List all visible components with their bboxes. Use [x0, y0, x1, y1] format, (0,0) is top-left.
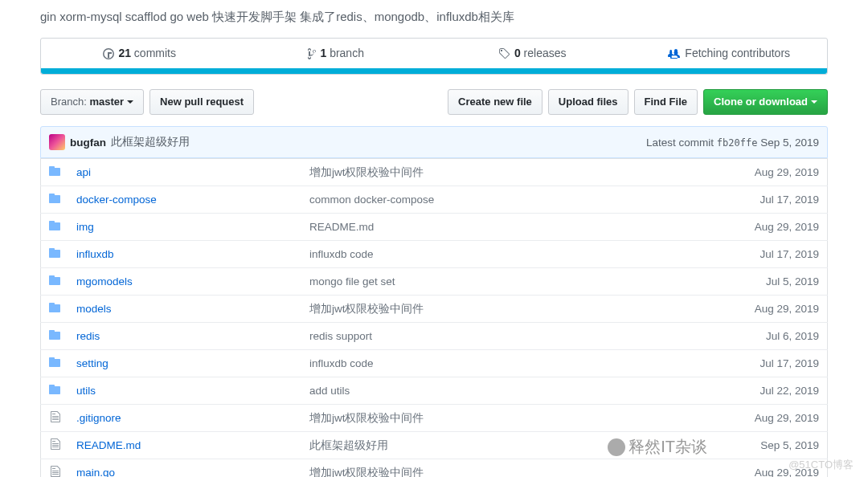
commits-count: 21 — [118, 47, 131, 59]
releases-count: 0 — [514, 47, 521, 59]
tag-icon — [498, 47, 510, 60]
overall-stats: 21 commits 1 branch 0 releases Fetching … — [40, 38, 828, 75]
folder-icon — [41, 159, 69, 186]
language-bar[interactable] — [41, 68, 827, 74]
table-row: imgREADME.mdAug 29, 2019 — [41, 214, 828, 241]
commit-sha-link[interactable]: fb20ffe — [717, 137, 758, 149]
branch-label: Branch: — [51, 94, 87, 110]
releases-stat[interactable]: 0 releases — [434, 39, 631, 68]
new-pr-button[interactable]: New pull request — [149, 89, 254, 115]
file-commit-msg[interactable]: add utils — [301, 377, 699, 405]
folder-icon — [41, 323, 69, 350]
files-table: api增加jwt权限校验中间件Aug 29, 2019docker-compos… — [40, 158, 828, 477]
contributors-stat[interactable]: Fetching contributors — [631, 39, 828, 68]
table-row: models增加jwt权限校验中间件Aug 29, 2019 — [41, 296, 828, 323]
file-commit-msg[interactable]: common docker-compose — [301, 186, 699, 214]
file-commit-msg[interactable]: influxdb code — [301, 350, 699, 377]
folder-icon — [41, 241, 69, 268]
file-date: Sep 5, 2019 — [699, 432, 828, 459]
releases-label: releases — [524, 47, 567, 59]
file-link[interactable]: main.go — [76, 467, 115, 477]
file-link[interactable]: docker-compose — [76, 194, 157, 206]
file-commit-msg[interactable]: 增加jwt权限校验中间件 — [301, 405, 699, 432]
file-date: Jul 6, 2019 — [699, 323, 828, 350]
file-link[interactable]: utils — [76, 385, 96, 397]
upload-files-button[interactable]: Upload files — [548, 89, 628, 115]
table-row: influxdbinfluxdb codeJul 17, 2019 — [41, 241, 828, 268]
table-row: utilsadd utilsJul 22, 2019 — [41, 377, 828, 405]
file-link[interactable]: mgomodels — [76, 275, 133, 287]
file-date: Aug 29, 2019 — [699, 214, 828, 241]
watermark-footer: @51CTO博客 — [788, 458, 854, 472]
file-date: Jul 17, 2019 — [699, 350, 828, 377]
folder-icon — [41, 377, 69, 405]
chevron-down-icon — [811, 100, 817, 104]
file-date: Jul 17, 2019 — [699, 241, 828, 268]
avatar[interactable] — [49, 134, 65, 150]
file-link[interactable]: setting — [76, 357, 108, 369]
branches-stat[interactable]: 1 branch — [238, 39, 435, 68]
clone-label: Clone or download — [714, 94, 808, 110]
branch-value: master — [89, 94, 124, 110]
folder-icon — [41, 296, 69, 323]
file-icon — [41, 405, 69, 432]
folder-icon — [41, 268, 69, 296]
folder-icon — [41, 350, 69, 377]
contributors-label: Fetching contributors — [685, 47, 790, 59]
file-date: Jul 22, 2019 — [699, 377, 828, 405]
folder-icon — [41, 186, 69, 214]
branch-select-button[interactable]: Branch: master — [40, 89, 144, 115]
table-row: api增加jwt权限校验中间件Aug 29, 2019 — [41, 159, 828, 186]
file-date: Jul 17, 2019 — [699, 186, 828, 214]
table-row: mgomodelsmongo file get setJul 5, 2019 — [41, 268, 828, 296]
chevron-down-icon — [127, 100, 133, 104]
file-icon — [41, 432, 69, 459]
file-link[interactable]: api — [76, 166, 91, 178]
repo-description: gin xorm-mysql scafflod go web 快速开发脚手架 集… — [40, 10, 828, 25]
clone-download-button[interactable]: Clone or download — [703, 89, 828, 115]
file-link[interactable]: models — [76, 303, 112, 315]
create-file-button[interactable]: Create new file — [448, 89, 542, 115]
table-row: main.go增加jwt权限校验中间件Aug 29, 2019 — [41, 459, 828, 477]
history-icon — [103, 47, 114, 60]
commit-message-link[interactable]: 此框架超级好用 — [111, 135, 646, 149]
latest-commit-bar: bugfan 此框架超级好用 Latest commit fb20ffe Sep… — [40, 126, 828, 158]
commit-author-link[interactable]: bugfan — [70, 137, 106, 149]
file-link[interactable]: .gitignore — [76, 412, 121, 424]
folder-icon — [41, 214, 69, 241]
commit-date: Sep 5, 2019 — [760, 137, 819, 149]
commits-stat[interactable]: 21 commits — [41, 39, 238, 68]
file-date: Aug 29, 2019 — [699, 405, 828, 432]
file-link[interactable]: redis — [76, 330, 100, 342]
table-row: README.md此框架超级好用Sep 5, 2019 — [41, 432, 828, 459]
file-date: Aug 29, 2019 — [699, 159, 828, 186]
file-link[interactable]: influxdb — [76, 248, 114, 260]
file-commit-msg[interactable]: mongo file get set — [301, 268, 699, 296]
file-commit-msg[interactable]: 增加jwt权限校验中间件 — [301, 459, 699, 477]
file-commit-msg[interactable]: 增加jwt权限校验中间件 — [301, 296, 699, 323]
commits-label: commits — [134, 47, 176, 59]
branches-label: branch — [330, 47, 364, 59]
table-row: settinginfluxdb codeJul 17, 2019 — [41, 350, 828, 377]
file-icon — [41, 459, 69, 477]
file-commit-msg[interactable]: 增加jwt权限校验中间件 — [301, 159, 699, 186]
file-date: Aug 29, 2019 — [699, 296, 828, 323]
file-commit-msg[interactable]: README.md — [301, 214, 699, 241]
branches-count: 1 — [320, 47, 326, 59]
file-link[interactable]: README.md — [76, 439, 141, 451]
file-commit-msg[interactable]: influxdb code — [301, 241, 699, 268]
people-icon — [667, 47, 680, 60]
watermark-qr: 释然IT杂谈 — [608, 436, 707, 458]
latest-commit-label: Latest commit — [646, 137, 714, 149]
branch-icon — [308, 47, 316, 60]
file-link[interactable]: img — [76, 221, 94, 233]
table-row: docker-composecommon docker-composeJul 1… — [41, 186, 828, 214]
file-commit-msg[interactable]: redis support — [301, 323, 699, 350]
table-row: .gitignore增加jwt权限校验中间件Aug 29, 2019 — [41, 405, 828, 432]
toolbar: Branch: master New pull request Create n… — [40, 89, 828, 115]
file-date: Jul 5, 2019 — [699, 268, 828, 296]
find-file-button[interactable]: Find File — [634, 89, 698, 115]
table-row: redisredis supportJul 6, 2019 — [41, 323, 828, 350]
